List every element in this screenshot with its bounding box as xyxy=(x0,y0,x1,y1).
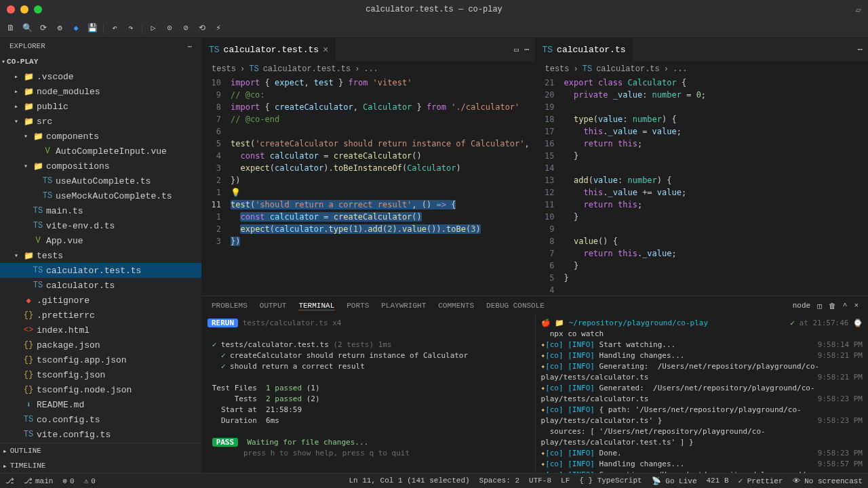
file-tsconfig-node-json[interactable]: {}tsconfig.node.json xyxy=(0,382,201,397)
file-label: tests xyxy=(37,251,63,261)
md-file-icon: ⬇ xyxy=(23,400,34,410)
panel-tab-ports[interactable]: PORTS xyxy=(347,302,369,310)
folder--vscode[interactable]: ▸📁.vscode xyxy=(0,69,201,84)
titlebar: calculator.test.ts — co-play ▱ xyxy=(0,0,868,19)
error-count[interactable]: ⊗ 0 xyxy=(62,476,74,485)
panel-tab-terminal[interactable]: TERMINAL xyxy=(298,302,334,310)
bolt-icon[interactable]: ⚡ xyxy=(213,23,224,34)
terminal-shell-label[interactable]: node xyxy=(793,302,810,310)
file-tsconfig-json[interactable]: {}tsconfig.json xyxy=(0,367,201,382)
breadcrumb-segment: calculator.ts xyxy=(596,64,660,74)
tab-more-icon[interactable]: ⋯ xyxy=(524,45,529,55)
bookmark-icon[interactable]: ◆ xyxy=(71,23,81,34)
file-readme-md[interactable]: ⬇README.md xyxy=(0,397,201,412)
refresh-icon[interactable]: ⟳ xyxy=(38,23,49,34)
terminal-right[interactable]: 🍎 📁 ~/repository/playground/co-play✓ at … xyxy=(536,315,869,473)
tab-calculator-test[interactable]: TS calculator.test.ts × xyxy=(202,38,336,62)
file-vite-env-d-ts[interactable]: TSvite-env.d.ts xyxy=(0,218,201,233)
code-editor-left[interactable]: 1098765432111123 import { expect, test }… xyxy=(202,77,535,296)
warning-count[interactable]: ⚠ 0 xyxy=(84,476,96,485)
panel-tab-problems[interactable]: PROBLEMS xyxy=(212,302,248,310)
breadcrumb[interactable]: tests › TS calculator.test.ts › ... xyxy=(202,62,535,77)
folder-tests[interactable]: ▾📁tests xyxy=(0,248,201,263)
split-terminal-icon[interactable]: ◫ xyxy=(817,302,822,310)
maximize-window-button[interactable] xyxy=(34,5,42,14)
maximize-panel-icon[interactable]: ^ xyxy=(843,302,848,310)
run-icon[interactable]: ▷ xyxy=(148,23,159,34)
panel-tab-output[interactable]: OUTPUT xyxy=(260,302,287,310)
breadcrumb-segment: calculator.test.ts xyxy=(263,64,351,74)
file--gitignore[interactable]: ◆.gitignore xyxy=(0,293,201,308)
file-calculator-ts[interactable]: TScalculator.ts xyxy=(0,278,201,293)
language-mode[interactable]: { } TypeScript xyxy=(579,476,642,485)
terminal-left[interactable]: RERUN tests/calculator.ts x4 ✓ tests/cal… xyxy=(202,315,536,473)
trash-icon[interactable]: 🗑 xyxy=(829,302,836,310)
encoding[interactable]: UTF-8 xyxy=(529,476,551,485)
ts-file-icon: TS xyxy=(542,45,553,55)
save-icon[interactable]: 💾 xyxy=(87,23,98,34)
file-vite-config-ts[interactable]: TSvite.config.ts xyxy=(0,427,201,442)
folder-public[interactable]: ▸📁public xyxy=(0,99,201,114)
project-root[interactable]: ▾ CO-PLAY xyxy=(0,54,201,69)
minimize-window-button[interactable] xyxy=(20,5,28,14)
file-package-json[interactable]: {}package.json xyxy=(0,338,201,352)
cursor-position[interactable]: Ln 11, Col 1 (141 selected) xyxy=(349,476,469,485)
outline-section[interactable]: ▸ OUTLINE xyxy=(0,443,201,458)
new-file-icon[interactable]: 🗎 xyxy=(5,23,16,34)
file-label: node_modules xyxy=(37,87,100,97)
search-icon[interactable]: 🔍 xyxy=(22,23,33,34)
file-label: .gitignore xyxy=(37,296,90,306)
panel-tab-playwright[interactable]: PLAYWRIGHT xyxy=(381,302,426,310)
close-window-button[interactable] xyxy=(7,5,15,14)
folder-compositions[interactable]: ▾📁compositions xyxy=(0,159,201,174)
folder-node-modules[interactable]: ▸📁node_modules xyxy=(0,84,201,99)
screencast-status[interactable]: 👁 No screencast xyxy=(793,476,863,485)
undo-icon[interactable]: ↶ xyxy=(109,23,120,34)
eol[interactable]: LF xyxy=(561,476,570,485)
file-useautocomplete-ts[interactable]: TSuseAutoComplete.ts xyxy=(0,174,201,188)
remote-indicator-icon[interactable]: ⎇ xyxy=(5,476,14,485)
close-tab-icon[interactable]: × xyxy=(323,45,328,56)
chevron-right-icon: ▸ xyxy=(12,102,20,110)
panel-tab-debug-console[interactable]: DEBUG CONSOLE xyxy=(486,302,545,310)
code-editor-right[interactable]: 21201918171615141312111098765432123 expo… xyxy=(536,77,869,296)
debug-icon[interactable]: ⊙ xyxy=(164,23,175,34)
explorer-title: EXPLORER xyxy=(9,42,45,50)
file-index-html[interactable]: <>index.html xyxy=(0,323,201,338)
settings-icon[interactable]: ⚙ xyxy=(54,23,65,34)
vue-file-icon: V xyxy=(42,146,53,156)
close-panel-icon[interactable]: × xyxy=(854,302,859,310)
panel-tab-comments[interactable]: COMMENTS xyxy=(438,302,474,310)
file-label: main.ts xyxy=(46,206,83,216)
window-title: calculator.test.ts — co-play xyxy=(366,5,502,14)
file-main-ts[interactable]: TSmain.ts xyxy=(0,203,201,218)
source-control-branch[interactable]: ⎇ main xyxy=(24,476,53,485)
stop-icon[interactable]: ⊘ xyxy=(180,23,191,34)
tab-more-icon[interactable]: ⋯ xyxy=(858,45,863,55)
sync-icon[interactable]: ⟲ xyxy=(197,23,208,34)
file-size[interactable]: 421 B xyxy=(707,476,729,485)
file-tsconfig-app-json[interactable]: {}tsconfig.app.json xyxy=(0,352,201,367)
redo-icon[interactable]: ↷ xyxy=(125,23,136,34)
breadcrumb[interactable]: tests › TS calculator.ts › ... xyxy=(536,62,869,77)
folder-components[interactable]: ▾📁components xyxy=(0,129,201,144)
file-autocompleteinput-vue[interactable]: VAutoCompleteInput.vue xyxy=(0,144,201,159)
explorer-more-icon[interactable]: ⋯ xyxy=(187,42,192,51)
explorer-sidebar: EXPLORER ⋯ ▾ CO-PLAY ▸📁.vscode▸📁node_mod… xyxy=(0,38,202,473)
tab-label: calculator.test.ts xyxy=(224,45,319,55)
file-label: index.html xyxy=(37,325,90,336)
file-calculator-test-ts[interactable]: TScalculator.test.ts xyxy=(0,263,201,278)
split-editor-icon[interactable]: ▭ xyxy=(514,45,519,55)
project-name-label: CO-PLAY xyxy=(7,58,38,66)
file-app-vue[interactable]: VApp.vue xyxy=(0,233,201,248)
timeline-section[interactable]: ▸ TIMELINE xyxy=(0,458,201,473)
go-live[interactable]: 📡 Go Live xyxy=(652,476,697,485)
file-co-config-ts[interactable]: TSco.config.ts xyxy=(0,412,201,427)
prettier-status[interactable]: ✓ Prettier xyxy=(738,476,783,485)
file--prettierrc[interactable]: {}.prettierrc xyxy=(0,308,201,323)
tab-calculator[interactable]: TS calculator.ts xyxy=(536,38,633,62)
indentation[interactable]: Spaces: 2 xyxy=(479,476,519,485)
folder-src[interactable]: ▾📁src xyxy=(0,114,201,129)
customize-layout-icon[interactable]: ▱ xyxy=(856,4,861,16)
file-usemockautocomplete-ts[interactable]: TSuseMockAutoComplete.ts xyxy=(0,188,201,203)
